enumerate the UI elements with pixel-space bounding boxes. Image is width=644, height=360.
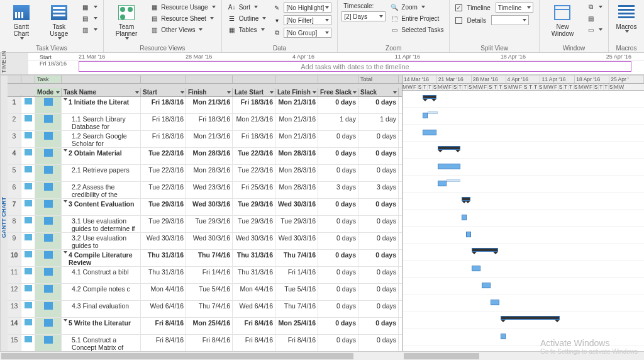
- outline-button[interactable]: ☰Outline: [226, 13, 269, 23]
- gantt-timescale-days: MWFSTTSMWFSTTSMWFSTTSMWFSTTSMWFSTTSMWFST…: [402, 84, 644, 91]
- highlight-combo[interactable]: ✎[No Highlight]: [270, 2, 333, 13]
- group-value: [No Group]: [286, 30, 317, 37]
- table-row[interactable]: 145 Write the LiteraturFri 8/4/16Mon 25/…: [8, 318, 402, 335]
- task-name-cell[interactable]: 5 Write the Literatur: [62, 318, 141, 334]
- team-planner-button[interactable]: Team Planner: [108, 2, 145, 42]
- col-late-start[interactable]: Late Start: [233, 88, 275, 96]
- task-name-cell[interactable]: 4.1 Construct a bibl: [62, 267, 141, 283]
- task-name-cell[interactable]: 1.1 Search Library Database for: [62, 114, 141, 130]
- table-row[interactable]: 11 Initiate the LiteratFri 18/3/16Mon 21…: [8, 97, 402, 114]
- collapse-icon[interactable]: [64, 200, 67, 203]
- entire-project-icon: ⬚: [390, 14, 399, 23]
- gantt-scrollbar[interactable]: [402, 351, 644, 360]
- gantt-chart-button[interactable]: Gantt Chart: [4, 2, 39, 42]
- resource-sheet-button[interactable]: ▤Resource Sheet: [148, 13, 217, 23]
- col-indicator[interactable]: [21, 95, 35, 96]
- task-name-cell[interactable]: 3.2 Use evaluation guides to: [62, 233, 141, 249]
- task-name-cell[interactable]: 3.1 Use evaluation guides to determine i…: [62, 216, 141, 232]
- timeline-track[interactable]: Add tasks with dates to the timeline: [79, 61, 631, 72]
- sort-button[interactable]: A↓Sort: [226, 2, 269, 12]
- table-row[interactable]: 42 Obtain MaterialTue 22/3/16Mon 28/3/16…: [8, 148, 402, 165]
- indicator-icon: [25, 200, 32, 206]
- chevron-down-icon: [94, 17, 97, 20]
- table-row[interactable]: 134.3 Final evaluationWed 6/4/16Thu 7/4/…: [8, 301, 402, 318]
- collapse-icon[interactable]: [64, 149, 67, 152]
- gantt-task-bar[interactable]: [438, 181, 447, 186]
- col-mode[interactable]: Mode: [35, 88, 62, 96]
- tables-button[interactable]: ▦Tables: [226, 25, 269, 35]
- table-row[interactable]: 114.1 Construct a biblThu 31/3/16Fri 1/4…: [8, 267, 402, 284]
- gantt-summary-bar[interactable]: [472, 248, 498, 252]
- table-row[interactable]: 31.2 Search Google Scholar forFri 18/3/1…: [8, 131, 402, 148]
- task-name-cell[interactable]: 1.2 Search Google Scholar for: [62, 131, 141, 147]
- gantt-summary-bar[interactable]: [501, 316, 560, 320]
- gantt-task-bar[interactable]: [472, 266, 480, 271]
- entire-project-button[interactable]: ⬚Entire Project: [388, 13, 445, 23]
- arrange-button[interactable]: ▤: [584, 13, 604, 23]
- collapse-icon[interactable]: [64, 251, 67, 254]
- timeline-checkbox[interactable]: Timeline Timeline: [453, 2, 535, 13]
- task-name-cell[interactable]: 4.2 Compile notes c: [62, 284, 141, 300]
- gantt-task-bar[interactable]: [501, 334, 506, 339]
- task-name-cell[interactable]: 4.3 Final evaluation: [62, 301, 141, 317]
- task-usage-icon: [50, 3, 69, 22]
- details-checkbox[interactable]: Details: [453, 14, 535, 26]
- task-name-cell[interactable]: 3 Content Evaluation: [62, 199, 141, 215]
- group-combo[interactable]: ⧉[No Group]: [270, 27, 333, 38]
- gantt-summary-bar[interactable]: [462, 197, 470, 201]
- network-diagram-button[interactable]: ▦: [79, 2, 99, 12]
- task-name-cell[interactable]: 2 Obtain Material: [62, 148, 141, 164]
- gantt-task-bar[interactable]: [423, 113, 428, 118]
- task-name-cell[interactable]: 2.1 Retrieve papers: [62, 165, 141, 181]
- table-row[interactable]: 124.2 Compile notes cMon 4/4/16Tue 5/4/1…: [8, 284, 402, 301]
- group-data: A↓Sort ☰Outline ▦Tables ✎[No Highlight] …: [222, 0, 338, 52]
- other-task-views-button[interactable]: ▥: [79, 25, 99, 35]
- indicator-icon: [25, 234, 32, 240]
- col-late-finish[interactable]: Late Finish: [275, 88, 318, 96]
- gantt-task-bar[interactable]: [462, 215, 467, 220]
- calendar-button[interactable]: ▤: [79, 13, 99, 23]
- zoom-button[interactable]: 🔍Zoom: [388, 2, 445, 12]
- switch-windows-button[interactable]: ⧉: [584, 2, 604, 12]
- table-row[interactable]: 62.2 Assess the credibility of theTue 22…: [8, 182, 402, 199]
- gantt-task-bar[interactable]: [482, 283, 491, 288]
- other-resource-views-button[interactable]: ▥Other Views: [148, 25, 217, 35]
- task-usage-button[interactable]: Task Usage: [42, 2, 77, 42]
- task-name-cell[interactable]: 2.2 Assess the credibility of the: [62, 182, 141, 198]
- resource-usage-button[interactable]: ▦Resource Usage: [148, 2, 217, 12]
- task-mode-icon: [44, 319, 53, 327]
- gantt-task-bar[interactable]: [491, 300, 499, 305]
- gantt-task-bar[interactable]: [423, 130, 436, 135]
- task-name-cell[interactable]: 5.1 Construct a Concept Matrix of: [62, 335, 141, 351]
- table-row[interactable]: 73 Content EvaluationTue 29/3/16Wed 30/3…: [8, 199, 402, 216]
- hide-button[interactable]: ▭: [584, 25, 604, 35]
- table-row[interactable]: 155.1 Construct a Concept Matrix ofFri 8…: [8, 335, 402, 352]
- col-start[interactable]: Start: [141, 88, 186, 96]
- task-name-cell[interactable]: 1 Initiate the Literat: [62, 97, 141, 113]
- col-name[interactable]: Task Name: [62, 88, 141, 96]
- new-window-button[interactable]: New Window: [543, 2, 582, 42]
- col-finish[interactable]: Finish: [186, 88, 233, 96]
- selected-tasks-button[interactable]: ▭Selected Tasks: [388, 25, 445, 35]
- gantt-task-bar[interactable]: [466, 232, 471, 237]
- table-row[interactable]: 83.1 Use evaluation guides to determine …: [8, 216, 402, 233]
- gantt-task-bar[interactable]: [438, 164, 460, 169]
- col-total-slack[interactable]: Slack: [358, 88, 399, 96]
- chevron-down-icon: [325, 19, 329, 21]
- table-row[interactable]: 52.1 Retrieve papersTue 22/3/16Mon 28/3/…: [8, 165, 402, 182]
- table-row[interactable]: 93.2 Use evaluation guides toWed 30/3/16…: [8, 233, 402, 250]
- macros-button[interactable]: Macros: [613, 2, 640, 42]
- collapse-icon[interactable]: [64, 98, 67, 101]
- collapse-icon[interactable]: [64, 319, 67, 322]
- timescale-combo[interactable]: [2] Days: [341, 11, 386, 21]
- team-planner-label: Team Planner: [110, 23, 143, 37]
- filter-combo[interactable]: ▾[No Filter]: [270, 14, 333, 26]
- task-name-cell[interactable]: 4 Compile Literature Review: [62, 250, 141, 266]
- indicator-icon: [25, 251, 32, 257]
- col-id[interactable]: [8, 95, 21, 96]
- table-row[interactable]: 21.1 Search Library Database forFri 18/3…: [8, 114, 402, 131]
- gantt-summary-bar[interactable]: [438, 146, 460, 150]
- gantt-summary-bar[interactable]: [423, 95, 436, 99]
- col-free-slack[interactable]: Free Slack: [318, 88, 358, 96]
- table-row[interactable]: 104 Compile Literature ReviewThu 31/3/16…: [8, 250, 402, 267]
